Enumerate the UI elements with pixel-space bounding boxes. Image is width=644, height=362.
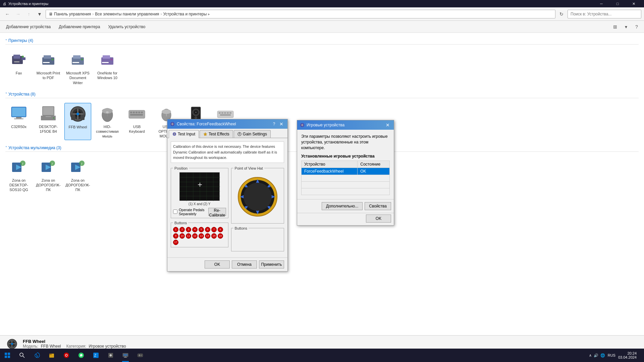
back-button[interactable]: ← [3, 9, 12, 19]
device-usb-keyboard[interactable]: USB Keyboard [123, 103, 150, 140]
properties-dialog: Свойства: ForceFeedbackWheel ? ✕ Test In… [167, 119, 288, 272]
time-date[interactable]: 20:24 03.04.2024 [618, 351, 637, 359]
start-button[interactable] [0, 349, 15, 362]
device-ffbwheel[interactable]: FFB Wheel [64, 103, 91, 140]
device-desktop[interactable]: DESKTOP-1F5OE B4 [35, 103, 62, 140]
help-toolbar-button[interactable]: ? [632, 22, 641, 32]
svg-point-4 [22, 56, 24, 58]
device-monitor[interactable]: C32R50x [5, 103, 32, 140]
device-zona-3[interactable]: ♪ Zona on ДОРОГОБУЖ-ПК [64, 157, 91, 194]
svg-rect-2 [14, 61, 19, 62]
device-onenote[interactable]: OneNote for Windows 10 [94, 49, 121, 86]
taskbar-app6[interactable]: Z [89, 349, 103, 362]
add-printer-button[interactable]: Добавление принтера [55, 22, 103, 32]
svg-rect-11 [72, 62, 79, 63]
svg-rect-114 [302, 124, 303, 126]
taskbar-app7[interactable] [103, 349, 118, 362]
zona-2-icon: ♪ [39, 158, 58, 177]
btn-4: 4 [192, 227, 198, 232]
info-category-value: Игровое устройство [89, 344, 126, 349]
pedals-checkbox-label: Operate Pedals Separately [173, 208, 206, 216]
dialog-left-panel: Position [171, 166, 228, 254]
table-row[interactable]: ForceFeedbackWheel OK [302, 168, 390, 175]
recalibrate-button[interactable]: Re-Calibrate [208, 208, 226, 216]
svg-rect-42 [138, 112, 140, 113]
buttons-legend: Buttons [173, 221, 188, 225]
ffbwheel-label: FFB Wheel [68, 125, 87, 129]
properties-apply-button[interactable]: Применить [259, 260, 284, 268]
systray-network[interactable]: 🌐 [600, 353, 605, 358]
show-desktop[interactable] [639, 349, 641, 362]
address-bar: ← → ↑ ▼ 🖥 Панель управления › Все элемен… [0, 7, 644, 21]
language-indicator[interactable]: RUS [608, 353, 615, 357]
info-category-label: Категория: Игровое устройство [66, 344, 126, 349]
game-ok-button[interactable]: OK [366, 215, 391, 223]
device-ms-xps[interactable]: Microsoft XPS Document Writer [64, 49, 91, 86]
svg-rect-130 [123, 354, 127, 356]
search-button[interactable] [15, 349, 30, 362]
hid-mouse-label: HID-совместимая мышь [95, 124, 119, 139]
btn-14: 14 [205, 233, 210, 239]
game-properties-button[interactable]: Свойства [365, 202, 391, 210]
taskbar-right: ∧ 🔊 🌐 RUS 20:24 03.04.2024 [586, 349, 644, 362]
device-fax[interactable]: Fax [5, 49, 32, 86]
refresh-button[interactable]: ↻ [557, 9, 566, 19]
device-zona-1[interactable]: ♪ Zona on DESKTOP-SOS10 QG [5, 157, 32, 194]
title-bar-left: 🖨 Устройства и принтеры [3, 2, 48, 6]
taskbar-app4[interactable]: O [59, 349, 74, 362]
taskbar-game[interactable] [133, 349, 148, 362]
view-dropdown-button[interactable]: ▾ [621, 22, 631, 32]
view-toggle-button[interactable]: ⊞ [610, 22, 620, 32]
add-device-button[interactable]: Добавление устройства [3, 22, 54, 32]
svg-rect-56 [221, 112, 223, 114]
svg-rect-33 [80, 115, 85, 120]
pov-buttons-legend: Buttons [233, 226, 249, 230]
taskbar-edge[interactable] [30, 349, 44, 362]
btn-7: 7 [211, 227, 217, 232]
svg-text:♪: ♪ [22, 162, 23, 165]
up-button[interactable]: ↑ [24, 9, 34, 19]
svg-point-31 [76, 113, 79, 115]
minimize-button[interactable]: ─ [594, 0, 609, 7]
devices-section-header[interactable]: Устройства (8) [5, 92, 639, 98]
btn-16: 16 [218, 233, 223, 239]
systray-chevron[interactable]: ∧ [589, 353, 592, 358]
properties-ok-button[interactable]: OK [205, 260, 230, 268]
game-dialog-close-button[interactable]: ✕ [384, 122, 391, 128]
remove-device-button[interactable]: Удалить устройство [105, 22, 149, 32]
svg-rect-116 [8, 353, 10, 355]
systray-speaker[interactable]: 🔊 [594, 353, 598, 358]
svg-point-25 [53, 117, 54, 119]
device-hid-mouse[interactable]: HID-совместимая мышь [94, 103, 121, 140]
taskbar-whatsapp[interactable] [74, 349, 89, 362]
properties-close-button[interactable]: ✕ [278, 121, 285, 127]
properties-cancel-button[interactable]: Отмена [232, 260, 257, 268]
empty-row-1 [302, 175, 390, 182]
advanced-button[interactable]: Дополнительно... [322, 202, 363, 210]
close-button[interactable]: ✕ [626, 0, 641, 7]
taskbar-apps: O Z [30, 349, 148, 362]
svg-rect-39 [130, 112, 132, 113]
search-icon [19, 352, 25, 358]
maximize-button[interactable]: □ [610, 0, 625, 7]
forward-button[interactable]: → [13, 9, 23, 19]
tab-test-effects[interactable]: Test Effects [200, 130, 233, 138]
device-ms-print[interactable]: Microsoft Print to PDF [35, 49, 62, 86]
device-zona-2[interactable]: ♪ Zona on ДОРОГОБУЖ-ПК [35, 157, 62, 194]
position-legend: Position [173, 166, 189, 170]
pedals-checkbox[interactable] [173, 209, 177, 214]
taskbar-devices[interactable] [118, 349, 133, 362]
pedals-label: Operate Pedals Separately [179, 208, 206, 216]
properties-help-button[interactable]: ? [271, 121, 277, 127]
game-icon [137, 352, 144, 359]
taskbar-files[interactable] [44, 349, 59, 362]
printers-section-header[interactable]: Принтеры (4) [5, 38, 639, 45]
recent-button[interactable]: ▼ [35, 9, 44, 19]
usb-keyboard-label: USB Keyboard [125, 124, 149, 134]
tab-gain-settings[interactable]: Gain Settings [234, 130, 271, 138]
tab-test-input[interactable]: Test Input [169, 130, 199, 138]
title-bar-controls: ─ □ ✕ [594, 0, 641, 7]
address-path[interactable]: 🖥 Панель управления › Все элементы панел… [46, 10, 555, 18]
search-input[interactable] [568, 10, 641, 18]
svg-rect-16 [111, 59, 112, 60]
